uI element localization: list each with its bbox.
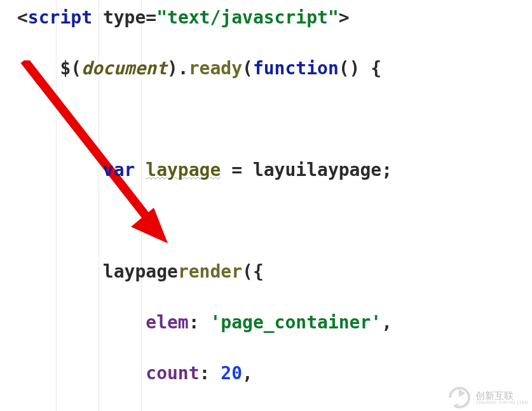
- code-line: elem: 'page_container',: [0, 310, 532, 335]
- code-line: laypagerender({: [0, 259, 532, 285]
- code-line: $(document).ready(function() {: [0, 56, 532, 81]
- code-line: [0, 107, 532, 132]
- code-line: var laypage = layuilaypage;: [0, 158, 532, 183]
- code-line: count: 20,: [0, 361, 532, 386]
- code-line: <script type="text/javascript">: [0, 5, 532, 30]
- code-line: [0, 208, 532, 234]
- code-editor-viewport: <script type="text/javascript"> $(docume…: [0, 0, 532, 411]
- code-block: <script type="text/javascript"> $(docume…: [0, 0, 532, 411]
